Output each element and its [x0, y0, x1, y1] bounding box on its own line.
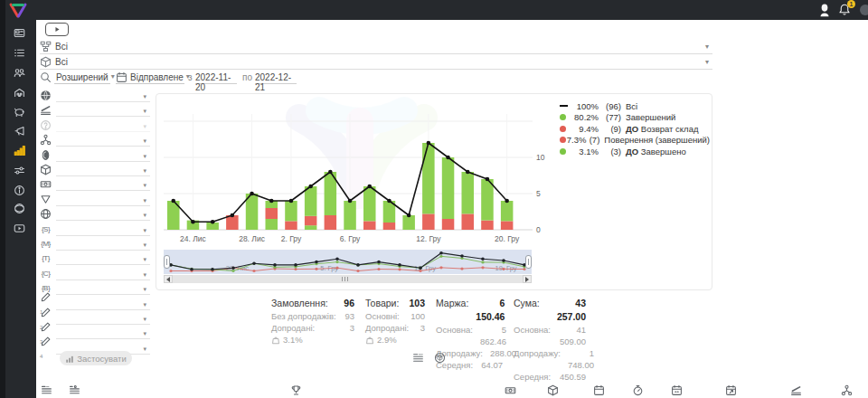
toolbar-id-card-button[interactable]: [68, 384, 81, 397]
legend-item[interactable]: 3.1% (3) ДО Завершено: [560, 146, 710, 157]
chevron-down-icon: ▾: [143, 271, 146, 278]
legend-item[interactable]: 7.3% (7) Повернення (завершений): [560, 135, 710, 147]
svg-text:20. Гру: 20. Гру: [495, 234, 520, 243]
toolbar-tree-button[interactable]: [840, 384, 854, 397]
avatar[interactable]: [819, 4, 830, 17]
filter-select-14[interactable]: [56, 282, 150, 295]
legend-item[interactable]: 100% (96) Всі: [560, 100, 710, 112]
warehouse-icon: [14, 87, 25, 99]
stat-sub-value: 5 862.46: [480, 324, 506, 347]
filter-row-9: ▾: [40, 208, 150, 222]
toolbar-id-list-button[interactable]: [40, 384, 53, 397]
filter-select-status[interactable]: Всі ▾: [40, 40, 712, 54]
brand-logo[interactable]: [8, 2, 28, 19]
toolbar-package-button[interactable]: [546, 384, 560, 397]
filter-select-1[interactable]: [56, 90, 150, 102]
chart-navigator[interactable]: 28. Лис5. Гру12. Гру19. Гру: [164, 250, 532, 274]
toolbar-timer-button[interactable]: [631, 384, 645, 397]
sidebar-item-megaphone[interactable]: [12, 123, 27, 138]
legend-percent: 7.3%: [567, 135, 587, 145]
filter-select-10[interactable]: [56, 223, 150, 236]
date-from-label: з: [188, 72, 193, 86]
brace-icon: {S}: [42, 225, 50, 233]
stat-title: Маржа:: [436, 297, 468, 324]
search-mode-select[interactable]: Розширений ▾: [54, 71, 110, 84]
apply-button[interactable]: Застосувати: [60, 351, 132, 365]
toolbar-trophy-button[interactable]: [289, 384, 303, 397]
filter-select-4[interactable]: [56, 134, 150, 147]
scrollbar-grip[interactable]: [342, 277, 348, 281]
sidebar-item-info[interactable]: [12, 183, 27, 198]
notifications-button[interactable]: 1: [838, 3, 852, 17]
toolbar-banknote-button[interactable]: [504, 384, 517, 397]
sidebar-item-piggy[interactable]: [12, 104, 27, 119]
toolbar-analytics-button[interactable]: [789, 384, 803, 397]
calendar-day-icon: [671, 384, 683, 396]
sidebar-item-video[interactable]: [12, 221, 27, 236]
filter-select-products[interactable]: Всі ▾: [40, 55, 712, 70]
filter-select-6[interactable]: [56, 164, 150, 176]
brace-icon: {M}: [41, 240, 51, 248]
filter-select-15[interactable]: [56, 298, 150, 310]
toolbar-calendar-button[interactable]: [592, 384, 606, 397]
legend-percent: 80.2%: [571, 112, 599, 122]
orders-list-toggle[interactable]: [412, 352, 424, 364]
filter-row-16: 2 ▾: [40, 312, 150, 326]
date-field-select[interactable]: Відправлене ▾: [116, 71, 184, 84]
apply-button-label: Застосувати: [77, 354, 126, 364]
stat-sub-label: Основні:: [365, 310, 400, 322]
chevron-down-icon: ▾: [143, 212, 146, 218]
sidebar-item-sliders[interactable]: [12, 163, 27, 178]
filter-select-16[interactable]: [56, 312, 150, 325]
filter-select-12[interactable]: [56, 252, 150, 265]
chevron-down-icon: ▾: [111, 73, 115, 81]
toolbar-calendar-day-button[interactable]: [670, 384, 684, 397]
bag-icon: [271, 334, 280, 346]
stat-sub-value: 41 509.00: [558, 324, 586, 347]
sidebar-item-screen[interactable]: [12, 25, 27, 41]
globe-filled-icon: [40, 90, 52, 101]
secondary-avatar[interactable]: [860, 5, 868, 15]
product-toggle[interactable]: [434, 352, 446, 364]
sidebar-item-chart[interactable]: [12, 143, 27, 158]
stat-sub-label: Без допродажів:: [271, 310, 336, 322]
filter-select-13[interactable]: [56, 268, 150, 280]
legend-item[interactable]: 9.4% (9) ДО Возврат склад: [560, 123, 710, 135]
info-icon: [14, 185, 25, 196]
sidebar-item-warehouse[interactable]: [12, 85, 27, 100]
sitemap-icon: [40, 41, 52, 52]
sidebar-item-globe[interactable]: [12, 201, 27, 216]
date-from-input[interactable]: 2022-11-20: [195, 71, 237, 84]
filter-select-2[interactable]: [56, 104, 150, 117]
brace-icon: {T}: [42, 254, 50, 262]
filter-row-5: ▾: [40, 149, 150, 163]
funnel-icon: [40, 194, 52, 205]
chevron-down-icon: ▾: [143, 197, 146, 204]
scroll-left-button[interactable]: [164, 275, 173, 283]
filter-select-3[interactable]: [56, 119, 150, 132]
topbar-actions: 1: [819, 0, 863, 20]
filter-select-11[interactable]: [56, 238, 150, 251]
filter-row-14: {B} ▾: [40, 282, 150, 296]
legend-label: ДО Возврат склад: [626, 124, 698, 134]
video-tutorial-button[interactable]: [45, 23, 69, 36]
summary-stats: Замовлення:96Без допродажів:93Допродані:…: [271, 297, 597, 383]
sidebar-item-list[interactable]: [12, 45, 27, 61]
filter-select-8[interactable]: [56, 194, 150, 206]
filter-select-5[interactable]: [56, 149, 150, 162]
toolbar-calendar-export-button[interactable]: [724, 384, 738, 397]
filter-select-7[interactable]: [56, 178, 150, 191]
filter-select-17[interactable]: [56, 327, 150, 339]
legend-item[interactable]: 80.2% (77) Завершений: [560, 112, 710, 124]
legend-count: (77): [599, 112, 621, 122]
search-icon: [40, 71, 52, 85]
chart-scrollbar[interactable]: [164, 275, 532, 283]
date-to-input[interactable]: 2022-12-21: [255, 71, 297, 84]
scroll-right-button[interactable]: [523, 275, 532, 283]
filter-select-9[interactable]: [56, 208, 150, 221]
chart-icon: [14, 145, 25, 156]
sidebar-item-users[interactable]: [12, 65, 27, 81]
stat-sub-label: Середня:: [514, 371, 551, 383]
stat-sub-value: 450.59: [560, 371, 586, 383]
filter-row-17: 3 ▾: [40, 327, 150, 340]
